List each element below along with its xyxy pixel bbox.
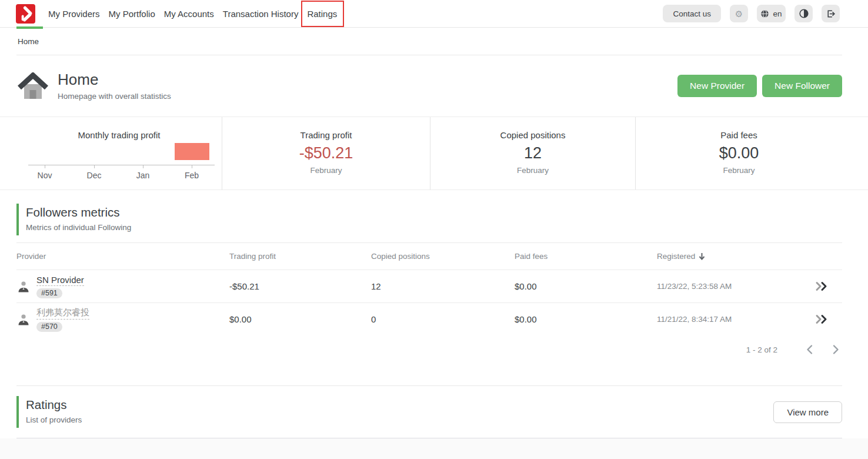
section-title: Followers metrics xyxy=(26,205,842,219)
x-label-dec: Dec xyxy=(75,171,113,180)
double-chevron-right-icon xyxy=(815,314,828,324)
nav-my-portfolio[interactable]: My Portfolio xyxy=(109,6,155,21)
stat-card-trading-profit: Trading profit -$50.21 February xyxy=(222,117,430,189)
next-page-button[interactable] xyxy=(830,342,842,357)
theme-toggle-button[interactable] xyxy=(794,5,813,22)
trading-profit-value: -$50.21 xyxy=(229,281,371,291)
table-row: SN Provider #591 -$50.21 12 $0.00 11/23/… xyxy=(16,270,842,302)
col-provider[interactable]: Provider xyxy=(16,252,229,261)
trading-profit-value: $0.00 xyxy=(229,314,371,324)
nav-my-accounts[interactable]: My Accounts xyxy=(164,6,214,21)
provider-name-link[interactable]: 利弗莫尔睿投 xyxy=(36,307,89,320)
col-trading-profit[interactable]: Trading profit xyxy=(229,252,371,261)
registered-value: 11/21/22, 8:34:17 AM xyxy=(657,315,800,324)
page-title: Home xyxy=(58,71,171,89)
footer-area xyxy=(0,438,868,459)
page-subtitle: Homepage with overall statistics xyxy=(58,92,171,101)
stat-card-paid-fees: Paid fees $0.00 February xyxy=(635,117,868,189)
registered-value: 11/23/22, 5:23:58 AM xyxy=(657,282,800,291)
paid-fees-value: $0.00 xyxy=(515,281,657,291)
logout-icon xyxy=(826,9,836,19)
main-nav: My Providers My Portfolio My Accounts Tr… xyxy=(48,6,337,21)
nav-my-providers[interactable]: My Providers xyxy=(48,6,100,21)
x-label-feb: Feb xyxy=(173,171,211,180)
copied-positions-value: 0 xyxy=(371,314,515,324)
mini-bar-chart: Nov Dec Jan Feb xyxy=(28,142,215,180)
row-actions xyxy=(800,280,842,292)
row-actions xyxy=(800,313,842,325)
provider-info: 利弗莫尔睿投 #570 xyxy=(36,307,89,332)
col-registered-label: Registered xyxy=(657,252,695,261)
stats-band: Monthly trading profit Nov Dec Jan Feb T… xyxy=(0,117,868,190)
stat-label: Paid fees xyxy=(720,130,757,140)
nav-ratings-label: Ratings xyxy=(307,9,337,19)
new-provider-button[interactable]: New Provider xyxy=(677,75,757,97)
provider-id-badge: #591 xyxy=(36,288,62,298)
avatar xyxy=(16,280,31,294)
language-label: en xyxy=(773,9,782,18)
page-range-label: 1 - 2 of 2 xyxy=(746,345,777,354)
app-logo[interactable] xyxy=(16,4,35,24)
active-tab-indicator xyxy=(16,26,43,29)
col-copied-positions[interactable]: Copied positions xyxy=(371,252,515,261)
view-more-button[interactable]: View more xyxy=(773,401,842,423)
provider-name-link[interactable]: SN Provider xyxy=(36,275,84,286)
chevron-left-icon xyxy=(806,344,813,355)
stat-value: -$50.21 xyxy=(299,144,353,162)
pagination: 1 - 2 of 2 xyxy=(16,335,842,364)
chevron-right-icon xyxy=(832,344,840,355)
page-actions: New Provider New Follower xyxy=(677,75,842,97)
provider-info: SN Provider #591 xyxy=(36,275,84,298)
chart-title: Monthly trading profit xyxy=(16,130,222,140)
open-row-button[interactable] xyxy=(814,280,829,292)
stat-value: $0.00 xyxy=(719,144,759,162)
copied-positions-value: 12 xyxy=(371,281,515,291)
double-chevron-right-icon xyxy=(815,281,828,291)
prev-page-button[interactable] xyxy=(803,342,816,357)
followers-metrics-header: Followers metrics Metrics of individual … xyxy=(16,204,842,235)
tick-nov xyxy=(45,165,45,168)
language-button[interactable]: en xyxy=(757,5,786,22)
paid-fees-value: $0.00 xyxy=(515,314,657,324)
avatar xyxy=(16,312,31,327)
page-header: Home Homepage with overall statistics Ne… xyxy=(0,55,868,117)
x-label-nov: Nov xyxy=(26,171,64,180)
tick-feb xyxy=(192,165,192,168)
col-paid-fees[interactable]: Paid fees xyxy=(515,252,657,261)
nav-transaction-history[interactable]: Transaction History xyxy=(223,6,299,21)
stat-label: Trading profit xyxy=(301,130,352,140)
page-title-block: Home Homepage with overall statistics xyxy=(58,71,171,101)
table-row: 利弗莫尔睿投 #570 $0.00 0 $0.00 11/21/22, 8:34… xyxy=(16,302,842,335)
gear-icon: ⚙ xyxy=(735,9,743,18)
stat-period: February xyxy=(723,166,755,175)
new-follower-button[interactable]: New Follower xyxy=(762,75,842,97)
ratings-header: Ratings List of providers xyxy=(16,396,82,428)
top-navbar: My Providers My Portfolio My Accounts Tr… xyxy=(0,0,868,28)
contact-us-button[interactable]: Contact us xyxy=(663,5,721,22)
breadcrumb[interactable]: Home xyxy=(18,37,39,46)
stat-period: February xyxy=(517,166,549,175)
stat-card-copied-positions: Copied positions 12 February xyxy=(430,117,635,189)
nav-ratings[interactable]: Ratings xyxy=(307,6,337,21)
tick-jan xyxy=(143,165,143,168)
open-row-button[interactable] xyxy=(814,313,829,325)
provider-cell: SN Provider #591 xyxy=(16,275,229,298)
sort-desc-icon xyxy=(699,252,705,260)
provider-cell: 利弗莫尔睿投 #570 xyxy=(16,307,229,332)
col-registered[interactable]: Registered xyxy=(657,252,800,261)
logout-button[interactable] xyxy=(822,5,840,22)
settings-button[interactable]: ⚙ xyxy=(730,5,748,22)
tick-dec xyxy=(94,165,95,168)
home-icon xyxy=(18,72,48,99)
chart-x-axis xyxy=(28,165,215,165)
feb-bar xyxy=(175,143,209,160)
breadcrumb-bar: Home xyxy=(0,28,868,55)
contrast-icon xyxy=(799,9,809,18)
provider-id-badge: #570 xyxy=(36,322,62,332)
stat-period: February xyxy=(310,166,342,175)
x-label-jan: Jan xyxy=(124,171,162,180)
ratings-section: Ratings List of providers View more xyxy=(0,386,868,428)
section-title: Ratings xyxy=(26,398,82,412)
globe-icon xyxy=(760,9,769,18)
section-subtitle: List of providers xyxy=(26,415,82,424)
